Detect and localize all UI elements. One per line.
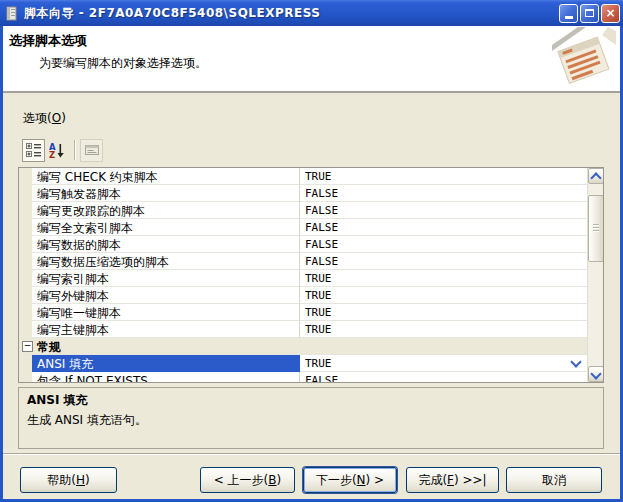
row-indent <box>19 355 32 372</box>
grid-rows: 编写 CHECK 约束脚本TRUE编写触发器脚本FALSE编写更改跟踪的脚本FA… <box>19 168 587 382</box>
toolbar-separator <box>74 140 76 160</box>
close-button[interactable]: × <box>601 4 620 23</box>
grid-row[interactable]: ANSI 填充TRUE <box>19 355 587 372</box>
grid-row[interactable]: 编写全文索引脚本FALSE <box>19 219 587 236</box>
grid-row[interactable]: 编写索引脚本TRUE <box>19 270 587 287</box>
chevron-down-icon <box>590 368 601 379</box>
grid-row[interactable]: 编写唯一键脚本TRUE <box>19 304 587 321</box>
property-name[interactable]: 编写数据压缩选项的脚本 <box>32 253 300 270</box>
property-name[interactable]: 编写索引脚本 <box>32 270 300 287</box>
row-indent <box>19 372 32 382</box>
row-indent <box>19 236 32 253</box>
back-button[interactable]: < 上一步(B) <box>200 467 295 493</box>
minimize-button[interactable] <box>559 4 578 23</box>
row-indent <box>19 270 32 287</box>
property-name[interactable]: 编写更改跟踪的脚本 <box>32 202 300 219</box>
row-indent <box>19 253 32 270</box>
description-text: 生成 ANSI 填充语句。 <box>27 412 595 429</box>
grid-row[interactable]: 编写外键脚本TRUE <box>19 287 587 304</box>
property-value[interactable]: TRUE <box>300 321 587 338</box>
cancel-button[interactable]: 取消 <box>506 467 602 493</box>
property-name[interactable]: 编写主键脚本 <box>32 321 300 338</box>
window-title: 脚本向导 - 2F7A0A70C8F5408\SQLEXPRESS <box>24 5 557 22</box>
property-value[interactable]: TRUE <box>300 168 587 185</box>
property-value[interactable]: TRUE <box>300 287 587 304</box>
dropdown-icon[interactable] <box>570 356 581 367</box>
category-label: 常规 <box>37 338 61 354</box>
row-indent <box>19 304 32 321</box>
property-value[interactable]: FALSE <box>300 372 587 382</box>
grid-row[interactable]: 编写 CHECK 约束脚本TRUE <box>19 168 587 185</box>
property-pages-button <box>80 139 103 162</box>
description-title: ANSI 填充 <box>27 392 595 409</box>
categorized-icon <box>26 142 42 158</box>
category-row[interactable]: −常规 <box>19 338 587 355</box>
scroll-up-button[interactable] <box>588 168 604 184</box>
row-indent <box>19 168 32 185</box>
dialog-content: 选择脚本选项 为要编写脚本的对象选择选项。 选项(O) <box>3 26 620 499</box>
title-bar: 脚本向导 - 2F7A0A70C8F5408\SQLEXPRESS × <box>0 0 623 26</box>
minimize-icon <box>565 16 573 19</box>
script-wizard-window: 脚本向导 - 2F7A0A70C8F5408\SQLEXPRESS × 选择脚本… <box>0 0 623 502</box>
grid-row[interactable]: 编写数据压缩选项的脚本FALSE <box>19 253 587 270</box>
maximize-button[interactable] <box>580 4 599 23</box>
grid-row[interactable]: 编写数据的脚本FALSE <box>19 236 587 253</box>
description-panel: ANSI 填充 生成 ANSI 填充语句。 <box>18 387 604 449</box>
scroll-down-button[interactable] <box>588 366 604 382</box>
page-title: 选择脚本选项 <box>9 32 87 50</box>
property-value[interactable]: FALSE <box>300 253 587 270</box>
help-button[interactable]: 帮助(H) <box>20 467 117 493</box>
next-button[interactable]: 下一步(N) > <box>303 467 397 493</box>
property-name[interactable]: 编写外键脚本 <box>32 287 300 304</box>
property-pages-icon <box>84 142 100 158</box>
property-value[interactable]: FALSE <box>300 219 587 236</box>
page-subtitle: 为要编写脚本的对象选择选项。 <box>39 55 207 72</box>
categorized-button[interactable] <box>22 139 45 162</box>
row-indent <box>19 202 32 219</box>
alphabetical-sort-button[interactable]: A Z <box>45 139 68 162</box>
row-indent <box>19 219 32 236</box>
grid-row[interactable]: 编写主键脚本TRUE <box>19 321 587 338</box>
finish-button[interactable]: 完成(F) >>| <box>406 467 499 493</box>
row-indent <box>19 287 32 304</box>
maximize-icon <box>585 9 594 17</box>
property-name[interactable]: 编写数据的脚本 <box>32 236 300 253</box>
property-value[interactable]: TRUE <box>300 270 587 287</box>
property-name[interactable]: 包含 If NOT EXISTS <box>32 372 300 382</box>
close-icon: × <box>605 7 615 19</box>
property-value[interactable]: FALSE <box>300 185 587 202</box>
property-value[interactable]: FALSE <box>300 236 587 253</box>
chevron-up-icon <box>590 172 601 183</box>
collapse-icon[interactable]: − <box>22 341 33 352</box>
footer-divider <box>3 453 620 455</box>
grid-row[interactable]: 包含 If NOT EXISTSFALSE <box>19 372 587 382</box>
property-name[interactable]: ANSI 填充 <box>32 355 300 372</box>
vertical-scrollbar[interactable] <box>587 168 603 382</box>
grid-toolbar: A Z <box>22 138 103 162</box>
property-name[interactable]: 编写唯一键脚本 <box>32 304 300 321</box>
property-grid: 编写 CHECK 约束脚本TRUE编写触发器脚本FALSE编写更改跟踪的脚本FA… <box>18 167 604 383</box>
property-name[interactable]: 编写触发器脚本 <box>32 185 300 202</box>
script-scroll-icon <box>5 6 20 21</box>
row-indent <box>19 185 32 202</box>
scrollbar-thumb[interactable] <box>588 195 604 262</box>
row-indent <box>19 321 32 338</box>
property-value[interactable]: FALSE <box>300 202 587 219</box>
svg-text:Z: Z <box>49 150 55 159</box>
property-name[interactable]: 编写全文索引脚本 <box>32 219 300 236</box>
options-label: 选项(O) <box>23 110 66 127</box>
property-name[interactable]: 编写 CHECK 约束脚本 <box>32 168 300 185</box>
alphabetical-sort-icon: A Z <box>49 142 65 158</box>
property-value[interactable]: TRUE <box>300 355 587 372</box>
property-value[interactable]: TRUE <box>300 304 587 321</box>
grid-row[interactable]: 编写触发器脚本FALSE <box>19 185 587 202</box>
wizard-scroll-art-icon <box>552 27 616 91</box>
wizard-header: 选择脚本选项 为要编写脚本的对象选择选项。 <box>3 26 620 93</box>
grid-row[interactable]: 编写更改跟踪的脚本FALSE <box>19 202 587 219</box>
